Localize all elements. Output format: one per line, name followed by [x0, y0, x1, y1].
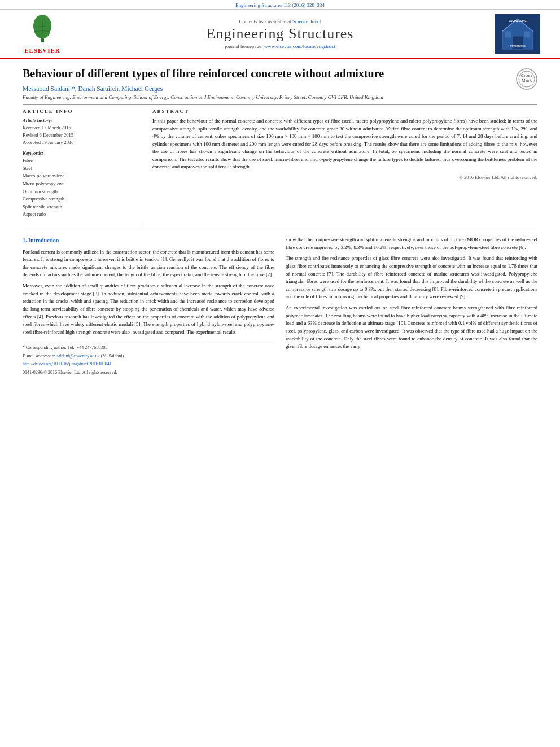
article-history-title: Article history: — [23, 117, 132, 123]
body-col-right: show that the compressive strength and s… — [286, 236, 537, 377]
authors: Messaoud Saidani *, Danah Saraireh, Mich… — [23, 85, 537, 92]
email-link[interactable]: m.saidani@coventry.ac.uk — [52, 353, 100, 359]
keywords-label: Keywords: — [23, 150, 132, 156]
svg-text:ENGINEERING: ENGINEERING — [509, 20, 527, 23]
footnote-corresponding: * Corresponding author. Tel.: +44 247765… — [23, 344, 274, 351]
svg-rect-10 — [513, 37, 523, 50]
author-names: Messaoud Saidani *, Danah Saraireh, Mich… — [23, 85, 163, 92]
logo-svg: ENGINEERING STRUCTURES — [497, 14, 538, 54]
revised-date: Revised 6 December 2015 — [23, 132, 132, 139]
body-col2-p2: The strength and fire resistance propert… — [286, 255, 537, 301]
footnote-section: * Corresponding author. Tel.: +44 247765… — [23, 342, 274, 376]
footnote-doi: http://dx.doi.org/10.1016/j.engstruct.20… — [23, 361, 274, 368]
keyword-optimum: Optimum strength — [23, 188, 132, 196]
top-bar: Engineering Structures 113 (2016) 328–33… — [0, 0, 560, 10]
science-direct-line: Contents lists available at ScienceDirec… — [68, 19, 492, 24]
svg-rect-12 — [524, 32, 531, 38]
body-two-col: 1. Introduction Portland cement is commo… — [23, 236, 537, 377]
journal-reference: Engineering Structures 113 (2016) 328–33… — [235, 2, 325, 8]
keyword-split: Split tensile strength — [23, 203, 132, 211]
journal-homepage: journal homepage: www.elsevier.com/locat… — [68, 43, 492, 49]
article-info-col: ARTICLE INFO Article history: Received 1… — [23, 108, 141, 223]
svg-text:Mark: Mark — [522, 78, 532, 83]
footnote-issn: 0141-0296/© 2016 Elsevier Ltd. All right… — [23, 369, 274, 376]
abstract-col: ABSTRACT In this paper the behaviour of … — [152, 108, 537, 223]
article-info-label: ARTICLE INFO — [23, 108, 132, 114]
accepted-date: Accepted 19 January 2016 — [23, 139, 132, 146]
svg-text:Cross: Cross — [521, 73, 533, 78]
abstract-text: In this paper the behaviour of the norma… — [152, 117, 537, 171]
body-section: 1. Introduction Portland cement is commo… — [23, 230, 537, 377]
elsevier-logo: ELSEVIER — [17, 15, 68, 54]
footnote-email: E-mail address: m.saidani@coventry.ac.uk… — [23, 353, 274, 360]
engineering-structures-logo: ENGINEERING STRUCTURES — [495, 14, 540, 54]
keyword-steel: Steel — [23, 165, 132, 173]
doi-link[interactable]: http://dx.doi.org/10.1016/j.engstruct.20… — [23, 361, 112, 366]
crossmark-icon: Cross Mark — [516, 68, 537, 90]
journal-center: Contents lists available at ScienceDirec… — [68, 19, 492, 49]
keywords-list: Fibre Steel Macro-polypropylene Micro-po… — [23, 157, 132, 219]
affiliation: Faculty of Engineering, Environment and … — [23, 94, 537, 100]
keyword-macro-pp: Macro-polypropylene — [23, 172, 132, 180]
journal-logo-right: ENGINEERING STRUCTURES — [492, 14, 543, 54]
article-content: Cross Mark Behaviour of different types … — [0, 59, 560, 382]
abstract-paragraph: In this paper the behaviour of the norma… — [152, 117, 537, 171]
keyword-micro-pp: Micro-polypropylene — [23, 180, 132, 188]
keyword-compressive: Compressive strength — [23, 195, 132, 203]
elsevier-tree-icon — [27, 15, 58, 46]
body-col-left: 1. Introduction Portland cement is commo… — [23, 236, 274, 377]
body-col2-p1: show that the compressive strength and s… — [286, 236, 537, 251]
body-p2: Moreover, even the addition of small qua… — [23, 282, 274, 336]
science-direct-link[interactable]: ScienceDirect — [292, 19, 321, 24]
copyright-line: © 2016 Elsevier Ltd. All rights reserved… — [152, 174, 537, 180]
journal-header: ELSEVIER Contents lists available at Sci… — [0, 10, 560, 59]
abstract-label: ABSTRACT — [152, 108, 537, 114]
body-col2-p3: An experimental investigation was carrie… — [286, 304, 537, 351]
article-history: Article history: Received 17 March 2015 … — [23, 117, 132, 146]
journal-title: Engineering Structures — [68, 25, 492, 42]
divider-1 — [23, 104, 537, 105]
keyword-aspect: Aspect ratio — [23, 211, 132, 219]
two-col-info-abstract: ARTICLE INFO Article history: Received 1… — [23, 108, 537, 223]
article-title: Behaviour of different types of fibre re… — [23, 66, 537, 81]
svg-rect-11 — [505, 32, 511, 38]
keywords-group: Keywords: Fibre Steel Macro-polypropylen… — [23, 150, 132, 219]
received-date: Received 17 March 2015 — [23, 124, 132, 132]
keyword-fibre: Fibre — [23, 157, 132, 165]
section-1-heading: 1. Introduction — [23, 236, 274, 245]
elsevier-text: ELSEVIER — [24, 47, 60, 54]
journal-homepage-link[interactable]: www.elsevier.com/locate/engstruct — [264, 43, 335, 49]
svg-text:STRUCTURES: STRUCTURES — [510, 45, 526, 47]
body-p1: Portland cement is commonly utilized in … — [23, 248, 274, 279]
